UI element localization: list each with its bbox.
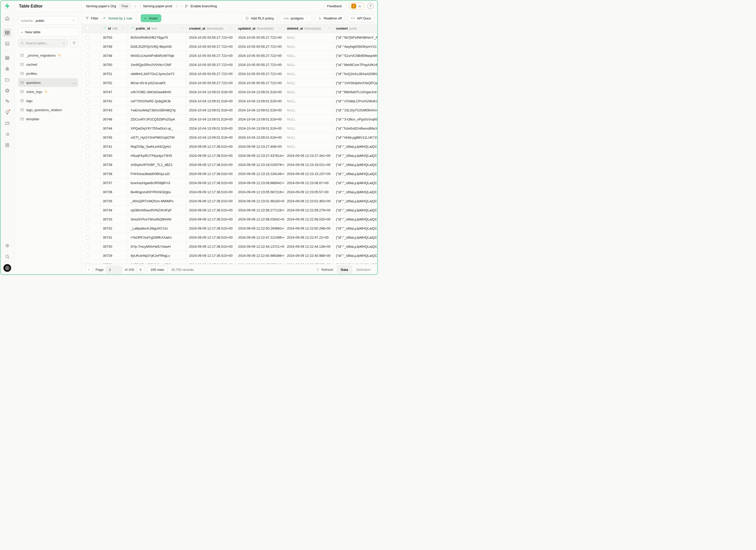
sidebar-table-item-tags[interactable]: tags xyxy=(18,96,78,105)
cell-deleted_at[interactable]: NULL xyxy=(284,133,333,142)
user-avatar[interactable] xyxy=(3,264,11,272)
reports-icon[interactable] xyxy=(3,119,11,128)
cell-deleted_at[interactable]: 2024-09-09 12:23:19.021+00 xyxy=(284,160,333,169)
feedback-button[interactable]: Feedback xyxy=(323,3,346,10)
sort-button[interactable]: Sorted by 1 rule xyxy=(103,16,132,20)
cell-public_id[interactable]: 3muDHTceTWso9IZj8hHNI xyxy=(128,215,186,224)
search-tables-input[interactable] xyxy=(25,41,60,45)
cell-created_at[interactable]: 2024-10-05 00:55:27.722+00 xyxy=(186,51,235,60)
cell-updated_at[interactable]: 2024-10-04 13:09:01.519+00 xyxy=(235,88,284,96)
home-icon[interactable] xyxy=(3,14,11,23)
cell-updated_at[interactable]: 2024-09-09 12:23:27.459+00 xyxy=(235,142,284,151)
cell-public_id[interactable]: vrlh7CMD-JtM1bOweMHfA xyxy=(128,88,186,96)
cell-id[interactable]: 30735 xyxy=(100,197,128,205)
cell-deleted_at[interactable]: 2024-09-09 12:23:08.67+00 xyxy=(284,178,333,187)
row-checkbox[interactable] xyxy=(85,135,90,140)
cell-public_id[interactable]: lEfA0sRh9hIXf62Y6ga75 xyxy=(128,33,186,42)
column-header-public_id[interactable]: public_idtext xyxy=(128,24,186,33)
realtime-toggle-button[interactable]: Realtime off xyxy=(315,14,345,22)
cell-public_id[interactable]: YwEmuWdqT38XoSB048QYp xyxy=(128,106,186,115)
cell-created_at[interactable]: 2024-10-04 13:09:01.519+00 xyxy=(186,97,235,105)
help-icon[interactable]: ? xyxy=(367,3,373,9)
cell-id[interactable]: 30729 xyxy=(100,251,128,260)
chevron-down-icon[interactable] xyxy=(180,26,184,30)
row-checkbox[interactable] xyxy=(85,117,90,122)
cell-created_at[interactable]: 2024-10-05 00:55:27.722+00 xyxy=(186,78,235,87)
cell-created_at[interactable]: 2024-09-09 12:17:36.515+00 xyxy=(186,142,235,151)
row-checkbox[interactable] xyxy=(85,99,90,103)
cell-public_id[interactable]: 8yUKotr9qGYjK2eFRhgLv xyxy=(128,251,186,260)
cell-deleted_at[interactable]: NULL xyxy=(284,115,333,124)
breadcrumb-project[interactable]: farming-paper-prod xyxy=(143,4,172,8)
cell-content[interactable]: {"id":"sTsWaLCPsVA2WuK2 xyxy=(333,97,378,105)
cell-deleted_at[interactable]: NULL xyxy=(284,142,333,151)
cell-updated_at[interactable]: 2024-10-04 13:09:01.519+00 xyxy=(235,115,284,124)
table-editor-icon[interactable] xyxy=(3,29,11,37)
cell-updated_at[interactable]: 2024-09-09 12:22:50.294983+00 xyxy=(235,224,284,233)
next-page-button[interactable] xyxy=(137,266,145,273)
cell-deleted_at[interactable]: NULL xyxy=(284,60,333,69)
cell-content[interactable]: {"id":"_Id9aLyJpMHQLaiQC xyxy=(333,251,378,260)
cell-updated_at[interactable]: 2024-10-05 00:55:27.722+00 xyxy=(235,33,284,42)
cell-created_at[interactable]: 2024-09-09 12:17:36.515+00 xyxy=(186,169,235,178)
cell-public_id[interactable]: nbMhHL3AP7OcCJymc2wT2 xyxy=(128,69,186,78)
sidebar-table-item-tags_questions_relation[interactable]: tags_questions_relation xyxy=(18,105,78,114)
cell-created_at[interactable]: 2024-09-09 12:17:36.515+00 xyxy=(186,160,235,169)
cell-updated_at[interactable]: 2024-10-04 13:09:01.519+00 xyxy=(235,124,284,133)
row-checkbox[interactable] xyxy=(85,63,90,67)
schema-select[interactable]: schema: public xyxy=(18,16,78,25)
chevron-up-down-icon[interactable] xyxy=(133,4,137,8)
column-header-deleted_at[interactable]: deleted_attimestamptz xyxy=(284,24,333,33)
cell-deleted_at[interactable]: NULL xyxy=(284,88,333,96)
edge-functions-icon[interactable] xyxy=(3,86,11,95)
plan-badge[interactable]: Free xyxy=(119,4,131,9)
api-docs-icon[interactable] xyxy=(3,141,11,149)
cell-content[interactable]: {"id":"_Id9aLyJpMHQLaiQC xyxy=(333,178,378,187)
cell-id[interactable]: 30750 xyxy=(100,60,128,69)
cell-deleted_at[interactable]: NULL xyxy=(284,78,333,87)
row-checkbox[interactable] xyxy=(85,244,90,249)
chevron-down-icon[interactable] xyxy=(122,26,125,30)
cell-public_id[interactable]: nxFT002ISeRE-Qobg3K3k xyxy=(128,97,186,105)
cell-id[interactable]: 30736 xyxy=(100,187,128,196)
cell-id[interactable]: 30744 xyxy=(100,124,128,133)
column-header-updated_at[interactable]: updated_attimestamptz xyxy=(235,24,284,33)
page-number-input[interactable] xyxy=(106,266,122,273)
cell-updated_at[interactable]: 2024-10-05 00:55:27.722+00 xyxy=(235,69,284,78)
row-checkbox[interactable] xyxy=(85,72,90,76)
cell-id[interactable]: 30749 xyxy=(100,42,128,51)
role-select[interactable]: role postgres xyxy=(280,14,312,22)
cell-public_id[interactable]: 1hnRQjxSRm2V0VticY2NF xyxy=(128,60,186,69)
cell-deleted_at[interactable]: NULL xyxy=(284,97,333,105)
cell-deleted_at[interactable]: 2024-09-09 12:22:50.298+00 xyxy=(284,224,333,233)
sidebar-table-item-template[interactable]: template xyxy=(18,115,78,123)
advisors-icon[interactable] xyxy=(3,108,11,117)
cell-public_id[interactable]: RiqOV6p_5wihLeIAEQyhU xyxy=(128,142,186,151)
sidebar-table-item-_prisma_migrations[interactable]: _prisma_migrations xyxy=(18,51,78,60)
cell-public_id[interactable]: _La6pddxcKJIbgufATJ1n xyxy=(128,224,186,233)
cell-content[interactable]: {"id":"fvrQ1bXoJ6XaAD08G xyxy=(333,69,378,78)
cell-deleted_at[interactable]: NULL xyxy=(284,106,333,115)
cell-created_at[interactable]: 2024-09-09 12:17:36.515+00 xyxy=(186,187,235,196)
row-checkbox[interactable] xyxy=(85,208,90,212)
cell-public_id[interactable]: 8KraI-tSI-6-pSZcknaK5 xyxy=(128,78,186,87)
row-checkbox[interactable] xyxy=(85,53,90,58)
cell-updated_at[interactable]: 2024-09-09 12:22:37.955419+00 xyxy=(235,260,284,264)
cell-created_at[interactable]: 2024-10-05 00:55:27.722+00 xyxy=(186,60,235,69)
sidebar-table-item-cached[interactable]: cached xyxy=(18,60,78,69)
cell-id[interactable]: 30740 xyxy=(100,151,128,160)
cell-id[interactable]: 30738 xyxy=(100,169,128,178)
database-icon[interactable] xyxy=(3,54,11,62)
cell-id[interactable]: 30737 xyxy=(100,178,128,187)
cell-created_at[interactable]: 2024-09-09 12:17:36.515+00 xyxy=(186,242,235,251)
cell-deleted_at[interactable]: 2024-09-09 12:22:56.033+00 xyxy=(284,215,333,224)
cell-public_id[interactable]: bzwXazHgax6UIR58j6Fn3 xyxy=(128,178,186,187)
cell-content[interactable]: {"id":"MeWCriorTPopA4Kc9 xyxy=(333,60,378,69)
cell-id[interactable]: 30733 xyxy=(100,215,128,224)
chevron-up-down-icon[interactable] xyxy=(175,4,178,8)
add-rls-policy-button[interactable]: Add RLS policy xyxy=(242,14,277,22)
row-checkbox[interactable] xyxy=(85,81,90,85)
row-checkbox[interactable] xyxy=(85,226,90,231)
cell-updated_at[interactable]: 2024-09-09 12:23:08.668542+00 xyxy=(235,178,284,187)
cell-id[interactable]: 30742 xyxy=(100,97,128,105)
